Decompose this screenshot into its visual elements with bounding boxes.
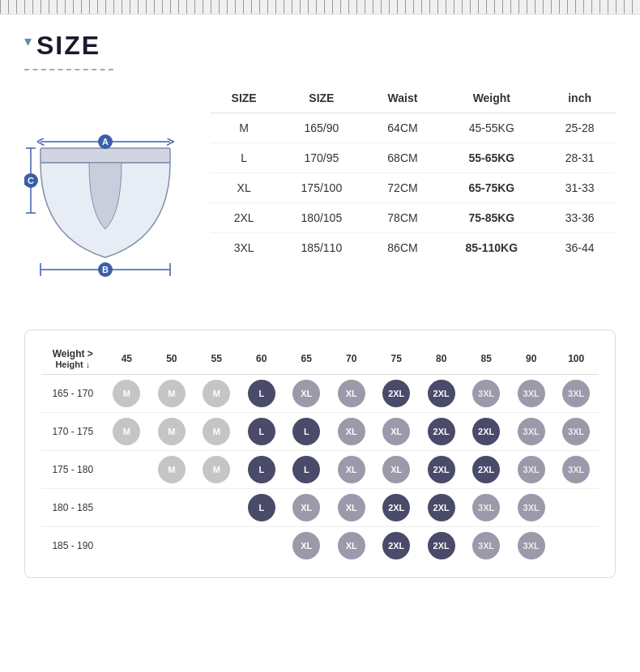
badge-m: M xyxy=(113,380,140,407)
grid-height-range: 180 - 185 xyxy=(41,489,105,527)
grid-cell: 2XL xyxy=(419,527,463,565)
grid-cell: 3XL xyxy=(509,489,553,527)
grid-cell xyxy=(553,527,599,565)
col-header-inch: inch xyxy=(544,83,616,113)
badge-l: L xyxy=(248,380,275,407)
grid-col-70: 70 xyxy=(329,343,373,375)
grid-cell: XL xyxy=(373,451,418,489)
cell-weight: 75-85KG xyxy=(439,203,544,233)
grid-col-60: 60 xyxy=(239,343,284,375)
grid-height-range: 185 - 190 xyxy=(41,527,105,565)
grid-cell: 2XL xyxy=(419,413,463,451)
col-header-waist: Waist xyxy=(366,83,440,113)
grid-cell: M xyxy=(194,413,239,451)
col-header-size2: SIZE xyxy=(277,83,365,113)
grid-cell: 2XL xyxy=(463,413,508,451)
grid-cell: XL xyxy=(284,375,329,413)
grid-col-45: 45 xyxy=(105,343,149,375)
grid-corner-header: Weight > Height ↓ xyxy=(41,343,105,375)
grid-cell: 3XL xyxy=(509,413,553,451)
grid-col-75: 75 xyxy=(373,343,418,375)
badge-2xl: 2XL xyxy=(382,532,410,559)
grid-cell: L xyxy=(239,451,284,489)
size-table-row: M 165/90 64CM 45-55KG 25-28 xyxy=(211,113,616,143)
badge-2xl: 2XL xyxy=(428,418,455,445)
grid-cell: XL xyxy=(329,375,373,413)
grid-cell xyxy=(105,451,149,489)
size-table-row: 3XL 185/110 86CM 85-110KG 36-44 xyxy=(211,233,616,263)
cell-inch: 28-31 xyxy=(544,143,616,173)
grid-cell: 3XL xyxy=(463,375,508,413)
cell-size1: XL xyxy=(211,173,277,203)
grid-cell: 2XL xyxy=(419,375,463,413)
grid-cell: 2XL xyxy=(373,527,418,565)
grid-col-85: 85 xyxy=(463,343,508,375)
chevron-down-icon: ▾ xyxy=(24,32,32,50)
grid-cell: 3XL xyxy=(463,527,508,565)
size-table-wrap: SIZE SIZE Waist Weight inch M 165/90 64C… xyxy=(211,83,616,297)
grid-cell xyxy=(149,527,194,565)
garment-svg: A B C xyxy=(24,132,186,294)
badge-m: M xyxy=(158,456,186,483)
grid-cell: M xyxy=(194,375,239,413)
cell-size2: 180/105 xyxy=(277,203,365,233)
grid-cell: M xyxy=(194,451,239,489)
badge-xl: XL xyxy=(338,456,365,483)
size-table-row: L 170/95 68CM 55-65KG 28-31 xyxy=(211,143,616,173)
svg-text:B: B xyxy=(102,265,109,274)
grid-cell: M xyxy=(105,375,149,413)
grid-row: 175 - 180MMLLXLXL2XL2XL3XL3XL xyxy=(41,451,599,489)
grid-row: 170 - 175MMMLLXLXL2XL2XL3XL3XL xyxy=(41,413,599,451)
ruler-top xyxy=(0,0,640,15)
grid-cell: 3XL xyxy=(509,527,553,565)
grid-row: 165 - 170MMMLXLXL2XL2XL3XL3XL3XL xyxy=(41,375,599,413)
badge-xl: XL xyxy=(292,380,320,407)
cell-weight: 45-55KG xyxy=(439,113,544,143)
grid-section: Weight > Height ↓ 45 50 55 60 65 70 75 8… xyxy=(24,330,616,578)
badge-2xl: 2XL xyxy=(472,418,500,445)
badge-3xl: 3XL xyxy=(518,418,545,445)
grid-cell: M xyxy=(149,413,194,451)
grid-col-55: 55 xyxy=(194,343,239,375)
cell-weight: 55-65KG xyxy=(439,143,544,173)
cell-size1: 3XL xyxy=(211,233,277,263)
badge-2xl: 2XL xyxy=(428,494,455,521)
grid-cell: L xyxy=(284,413,329,451)
grid-height-range: 175 - 180 xyxy=(41,451,105,489)
badge-3xl: 3XL xyxy=(562,456,590,483)
grid-cell: XL xyxy=(284,489,329,527)
size-table-row: XL 175/100 72CM 65-75KG 31-33 xyxy=(211,173,616,203)
badge-l: L xyxy=(292,418,320,445)
badge-3xl: 3XL xyxy=(472,494,500,521)
upper-section: A B C xyxy=(24,83,616,297)
grid-cell: 3XL xyxy=(553,413,599,451)
grid-height-range: 170 - 175 xyxy=(41,413,105,451)
badge-2xl: 2XL xyxy=(382,494,410,521)
badge-3xl: 3XL xyxy=(518,494,545,521)
badge-2xl: 2XL xyxy=(428,380,455,407)
badge-m: M xyxy=(158,380,186,407)
cell-weight: 65-75KG xyxy=(439,173,544,203)
col-header-size1: SIZE xyxy=(211,83,277,113)
badge-l: L xyxy=(248,418,275,445)
badge-m: M xyxy=(203,380,230,407)
badge-xl: XL xyxy=(338,532,365,559)
grid-cell: L xyxy=(239,375,284,413)
badge-2xl: 2XL xyxy=(472,456,500,483)
cell-waist: 72CM xyxy=(366,173,440,203)
grid-cell: 3XL xyxy=(553,375,599,413)
col-header-weight: Weight xyxy=(439,83,544,113)
grid-cell: M xyxy=(149,375,194,413)
grid-cell xyxy=(239,527,284,565)
badge-xl: XL xyxy=(382,456,410,483)
grid-cell: 2XL xyxy=(373,375,418,413)
cell-inch: 36-44 xyxy=(544,233,616,263)
badge-2xl: 2XL xyxy=(428,532,455,559)
badge-3xl: 3XL xyxy=(562,380,590,407)
page-title: SIZE xyxy=(36,31,100,61)
grid-cell: XL xyxy=(329,451,373,489)
grid-cell: 2XL xyxy=(419,451,463,489)
grid-col-100: 100 xyxy=(553,343,599,375)
badge-xl: XL xyxy=(292,532,320,559)
garment-diagram: A B C xyxy=(24,132,186,297)
